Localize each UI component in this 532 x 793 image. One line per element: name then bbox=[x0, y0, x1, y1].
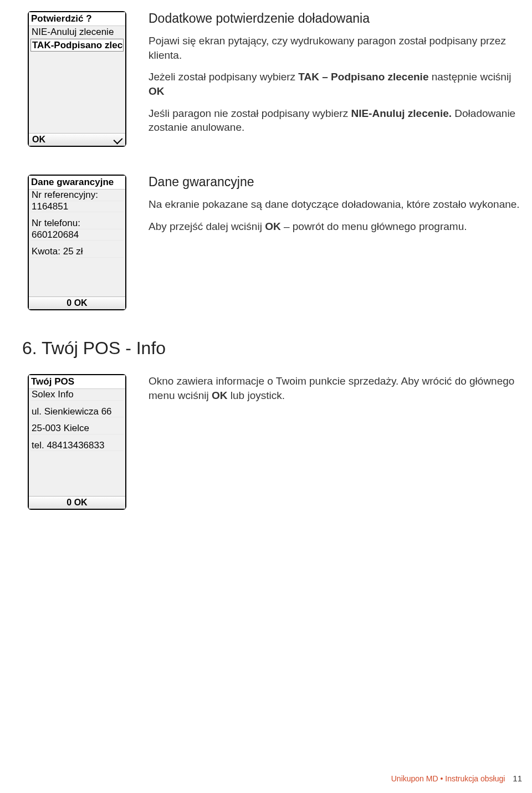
section-heading: 6. Twój POS - Info bbox=[22, 338, 526, 359]
desc-heading: Dodatkowe potwierdzenie doładowania bbox=[149, 11, 526, 26]
desc-paragraph: Jeżeli został podpisany wybierz TAK – Po… bbox=[149, 70, 526, 98]
softkey-center[interactable]: 0 OK bbox=[32, 498, 122, 508]
desc-confirm: Dodatkowe potwierdzenie doładowania Poja… bbox=[149, 11, 526, 147]
screen-softkeys: 0 OK bbox=[29, 496, 125, 509]
desc-paragraph: Pojawi się ekran pytający, czy wydrukowa… bbox=[149, 34, 526, 62]
page-footer: Unikupon MD • Instrukcja obsługi 11 bbox=[391, 774, 522, 783]
text-line: tel. 48413436833 bbox=[30, 440, 124, 452]
page-number: 11 bbox=[513, 774, 522, 783]
text-line: ul. Sienkiewicza 66 bbox=[30, 406, 124, 418]
screen-title: Dane gwarancyjne bbox=[29, 176, 125, 190]
text-line: Nr referencyjny: bbox=[30, 190, 124, 201]
softkey-left[interactable]: OK bbox=[32, 135, 45, 145]
text-line: 25-003 Kielce bbox=[30, 423, 124, 434]
menu-item-yes[interactable]: TAK-Podpisano zlece bbox=[30, 39, 124, 52]
desc-paragraph: Okno zawiera informacje o Twoim punkcie … bbox=[149, 374, 526, 402]
softkey-center[interactable]: 0 OK bbox=[32, 298, 122, 308]
phone-screen-pos: Twój POS Solex Info ul. Sienkiewicza 66 … bbox=[28, 374, 126, 510]
screen-softkeys: 0 OK bbox=[29, 296, 125, 309]
desc-paragraph: Aby przejść dalej wciśnij OK – powrót do… bbox=[149, 219, 526, 234]
text-line: Nr telefonu: bbox=[30, 218, 124, 229]
screen-body: Solex Info ul. Sienkiewicza 66 25-003 Ki… bbox=[29, 389, 125, 496]
desc-heading: Dane gwarancyjne bbox=[149, 175, 526, 190]
footer-text: Unikupon MD • Instrukcja obsługi bbox=[391, 774, 505, 783]
text-line: Solex Info bbox=[30, 389, 124, 401]
desc-paragraph: Jeśli paragon nie został podpisany wybie… bbox=[149, 106, 526, 135]
desc-warranty: Dane gwarancyjne Na ekranie pokazane są … bbox=[149, 175, 526, 310]
screen-body: Nr referencyjny: 1164851 Nr telefonu: 66… bbox=[29, 190, 125, 296]
checkmark-icon bbox=[114, 135, 123, 145]
text-line: Kwota: 25 zł bbox=[30, 246, 124, 258]
desc-pos: Okno zawiera informacje o Twoim punkcie … bbox=[149, 374, 526, 510]
screen-softkeys: OK bbox=[29, 133, 125, 146]
row-warranty: Dane gwarancyjne Nr referencyjny: 116485… bbox=[28, 175, 526, 310]
row-confirm: Potwierdzić ? NIE-Anuluj zlecenie TAK-Po… bbox=[28, 11, 526, 147]
text-line: 1164851 bbox=[30, 201, 124, 213]
phone-screen-confirm: Potwierdzić ? NIE-Anuluj zlecenie TAK-Po… bbox=[28, 11, 126, 147]
screen-title: Twój POS bbox=[29, 375, 125, 389]
text-line: 660120684 bbox=[30, 229, 124, 241]
desc-paragraph: Na ekranie pokazane są dane dotyczące do… bbox=[149, 197, 526, 212]
screen-title: Potwierdzić ? bbox=[29, 12, 125, 26]
screen-body: NIE-Anuluj zlecenie TAK-Podpisano zlece bbox=[29, 26, 125, 133]
phone-screen-warranty: Dane gwarancyjne Nr referencyjny: 116485… bbox=[28, 175, 126, 310]
row-pos-info: Twój POS Solex Info ul. Sienkiewicza 66 … bbox=[28, 374, 526, 510]
menu-item-no[interactable]: NIE-Anuluj zlecenie bbox=[30, 26, 124, 39]
